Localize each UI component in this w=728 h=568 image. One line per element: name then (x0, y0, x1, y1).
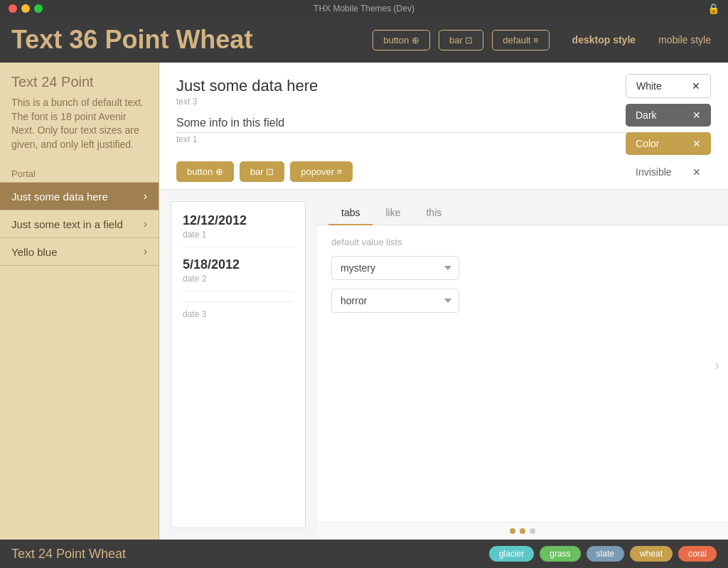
content-area: White ✕ Dark ✕ Color ✕ Invisible ✕ Just … (159, 63, 728, 540)
sidebar-item-1[interactable]: Just some text in a field › (0, 210, 159, 237)
theme-slate[interactable]: slate (587, 546, 624, 562)
dropdown2-container: horror comedy drama action (331, 289, 714, 313)
tab-section-label: default value lists (331, 237, 714, 247)
invisible-btn[interactable]: Invisible ✕ (626, 161, 711, 183)
dropdown1-container: mystery thriller fantasy sci-fi (331, 256, 714, 280)
default-btn[interactable]: default ≡ (492, 30, 549, 50)
desktop-style-option[interactable]: desktop style (567, 31, 641, 48)
lock-icon: 🔒 (707, 3, 719, 14)
tab-list-panel: tabs like this default value lists myste… (317, 190, 728, 540)
card-date3-label: date 3 (183, 301, 294, 319)
close-button[interactable] (9, 4, 17, 13)
minimize-button[interactable] (21, 4, 30, 13)
theme-wheat[interactable]: wheat (630, 546, 673, 562)
sidebar-item-0[interactable]: Just some data here › (0, 182, 159, 210)
theme-glacier[interactable]: glacier (489, 546, 534, 562)
dot-3 (530, 528, 535, 534)
app-title: Text 36 Point Wheat (11, 25, 364, 55)
close-icon-invisible: ✕ (692, 166, 701, 178)
tab-this[interactable]: this (413, 201, 454, 225)
close-icon-color: ✕ (692, 138, 701, 149)
content-top: White ✕ Dark ✕ Color ✕ Invisible ✕ Just … (159, 63, 728, 190)
dot-2 (520, 528, 525, 534)
tab-content: default value lists mystery thriller fan… (317, 225, 728, 522)
sidebar-item-label-0: Just some data here (11, 191, 108, 203)
white-btn[interactable]: White ✕ (626, 74, 711, 98)
sidebar-item-2[interactable]: Yello blue › (0, 237, 159, 265)
tab-like[interactable]: like (373, 201, 413, 225)
window-title: THX Mobile Themes (Dev) (314, 4, 414, 14)
theme-pills: glacier grass slate wheat coral (489, 546, 717, 562)
bar-btn[interactable]: bar ⊡ (439, 30, 483, 50)
chevron-right-icon-1: › (144, 218, 147, 230)
maximize-button[interactable] (34, 4, 43, 13)
tabs-row: tabs like this (317, 201, 728, 225)
content-popover-btn[interactable]: popover ≡ (290, 161, 353, 182)
sidebar-spacer (0, 265, 159, 540)
sidebar-header: Text 24 Point (0, 63, 159, 96)
dropdown1-select[interactable]: mystery thriller fantasy sci-fi (331, 256, 459, 280)
right-panel: White ✕ Dark ✕ Color ✕ Invisible ✕ (626, 74, 711, 183)
tab-tabs[interactable]: tabs (328, 201, 373, 225)
card-date2-label: date 2 (183, 274, 294, 291)
chevron-right-icon-0: › (144, 190, 147, 203)
color-btn[interactable]: Color ✕ (626, 132, 711, 155)
title-bar: THX Mobile Themes (Dev) 🔒 (0, 0, 728, 17)
dropdown2-select[interactable]: horror comedy drama action (331, 289, 459, 313)
close-icon-dark: ✕ (692, 109, 701, 121)
content-button-btn[interactable]: button ⊕ (176, 161, 234, 182)
theme-coral[interactable]: coral (678, 546, 717, 562)
header-bar: Text 36 Point Wheat button ⊕ bar ⊡ defau… (0, 17, 728, 63)
card-panel: 12/12/2012 date 1 5/18/2012 date 2 date … (171, 201, 306, 528)
sidebar-item-label-2: Yello blue (11, 246, 58, 258)
main-area: Text 24 Point This is a bunch of default… (0, 63, 728, 540)
button-btn[interactable]: button ⊕ (373, 30, 430, 50)
footer-title: Text 24 Point Wheat (11, 547, 126, 562)
sidebar-description: This is a bunch of default text. The fon… (0, 96, 159, 163)
card-date2: 5/18/2012 (183, 257, 294, 272)
sidebar: Text 24 Point This is a bunch of default… (0, 63, 159, 540)
close-icon-white: ✕ (692, 80, 700, 92)
content-lower: 12/12/2012 date 1 5/18/2012 date 2 date … (159, 190, 728, 540)
dot-1 (510, 528, 515, 534)
traffic-lights (9, 4, 43, 13)
footer-bar: Text 24 Point Wheat glacier grass slate … (0, 540, 728, 568)
theme-grass[interactable]: grass (540, 546, 580, 562)
card-date1-label: date 1 (183, 230, 294, 247)
style-group: desktop style mobile style (567, 31, 717, 48)
card-date1: 12/12/2012 (183, 213, 294, 228)
content-bar-btn[interactable]: bar ⊡ (240, 161, 284, 182)
sidebar-section-label: Portal (0, 163, 159, 182)
mobile-style-option[interactable]: mobile style (653, 31, 717, 48)
chevron-right-icon-2: › (144, 245, 147, 258)
dark-btn[interactable]: Dark ✕ (626, 104, 711, 127)
next-page-icon[interactable]: › (714, 357, 719, 373)
dots-row (317, 522, 728, 540)
sidebar-item-label-1: Just some text in a field (11, 218, 123, 230)
